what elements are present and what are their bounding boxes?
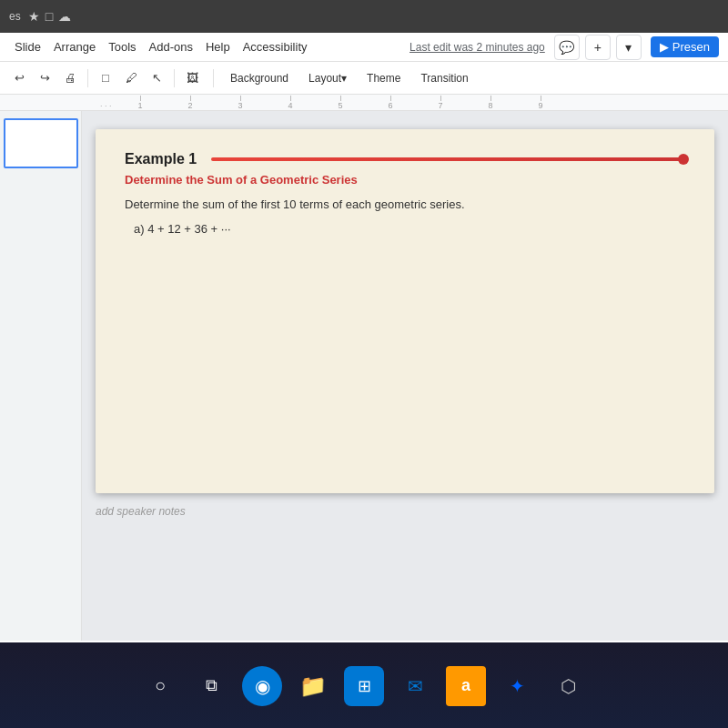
slide-panel <box>0 111 82 641</box>
plus-icon[interactable]: + <box>585 35 611 60</box>
slide-body-text: Determine the sum of the first 10 terms … <box>125 197 685 211</box>
example-title: Example 1 <box>125 151 197 167</box>
menu-arrange[interactable]: Arrange <box>48 38 101 56</box>
present-button[interactable]: ▶ Presen <box>651 36 719 57</box>
slide-subtitle: Determine the Sum of a Geometric Series <box>125 173 685 187</box>
secondary-toolbar: ↩ ↪ 🖨 □ 🖊 ↖ 🖼 Background Layout▾ Theme T… <box>0 62 728 95</box>
amazon-icon[interactable]: a <box>446 666 486 706</box>
menu-bar: Slide Arrange Tools Add-ons Help Accessi… <box>0 33 728 62</box>
ruler-inner: · · · 1 2 3 4 5 6 7 8 9 <box>100 95 566 110</box>
speaker-notes-placeholder[interactable]: add speaker notes <box>96 505 186 518</box>
star-icon[interactable]: ★ <box>28 9 40 24</box>
file-explorer-icon[interactable]: 📁 <box>293 666 333 706</box>
print-icon[interactable]: 🖨 <box>58 66 82 90</box>
menu-accessibility[interactable]: Accessibility <box>238 38 313 56</box>
menu-help[interactable]: Help <box>200 38 236 56</box>
menu-right: Last edit was 2 minutes ago 💬 + ▾ ▶ Pres… <box>410 35 719 60</box>
browser-bar: es ★ □ ☁ <box>0 0 728 33</box>
layout-button[interactable]: Layout▾ <box>301 69 354 87</box>
windows-start-icon[interactable]: ○ <box>140 666 180 706</box>
browser-app-icon[interactable]: ⬡ <box>548 666 588 706</box>
example-header: Example 1 <box>125 151 685 167</box>
last-edit-label: Last edit was 2 minutes ago <box>410 41 545 54</box>
toolbar-separator-3 <box>213 69 214 87</box>
task-view-icon[interactable]: ⧉ <box>191 666 231 706</box>
transition-button[interactable]: Transition <box>413 69 475 87</box>
cursor-icon[interactable]: ↖ <box>145 66 168 90</box>
menu-slide[interactable]: Slide <box>9 38 46 56</box>
background-button[interactable]: Background <box>223 69 296 87</box>
slide-problem-a: a) 4 + 12 + 36 + ··· <box>134 222 685 236</box>
redo-icon[interactable]: ↪ <box>33 66 56 90</box>
slide-tool-icons: ↩ ↪ 🖨 □ 🖊 ↖ 🖼 <box>7 66 204 90</box>
mail-app-icon[interactable]: ✉ <box>395 666 435 706</box>
paint-icon[interactable]: 🖊 <box>119 66 143 90</box>
screen-icon[interactable]: □ <box>46 9 53 24</box>
canvas-area[interactable]: Example 1 Determine the Sum of a Geometr… <box>82 111 728 641</box>
menu-tools[interactable]: Tools <box>103 38 141 56</box>
chevron-down-icon[interactable]: ▾ <box>616 35 642 60</box>
cloud-icon[interactable]: ☁ <box>58 9 71 24</box>
toolbar-separator-2 <box>174 69 175 87</box>
ruler: · · · 1 2 3 4 5 6 7 8 9 <box>0 95 728 111</box>
toolbar-separator <box>87 69 88 87</box>
taskbar: ○ ⧉ ◉ 📁 ⊞ ✉ a ✦ ⬡ hp <box>0 642 728 728</box>
dropbox-icon[interactable]: ✦ <box>497 666 537 706</box>
theme-button[interactable]: Theme <box>359 69 408 87</box>
slides-app: Slide Arrange Tools Add-ons Help Accessi… <box>0 33 728 642</box>
browser-bar-text: es <box>9 10 21 23</box>
slide-format-icon[interactable]: □ <box>94 66 117 90</box>
edge-browser-icon[interactable]: ◉ <box>242 666 282 706</box>
taskbar-icons: ○ ⧉ ◉ 📁 ⊞ ✉ a ✦ ⬡ <box>0 642 728 725</box>
microsoft-store-icon[interactable]: ⊞ <box>344 666 384 706</box>
image-icon[interactable]: 🖼 <box>180 66 204 90</box>
slide-canvas[interactable]: Example 1 Determine the Sum of a Geometr… <box>96 129 714 493</box>
slide-thumbnail[interactable] <box>4 118 78 168</box>
menu-addons[interactable]: Add-ons <box>144 38 198 56</box>
main-area: Example 1 Determine the Sum of a Geometr… <box>0 111 728 641</box>
browser-icons: ★ □ ☁ <box>28 9 71 24</box>
comment-icon[interactable]: 💬 <box>554 35 580 60</box>
undo-icon[interactable]: ↩ <box>7 66 31 90</box>
toolbar-icons: 💬 + ▾ <box>554 35 642 60</box>
speaker-notes-area[interactable]: add speaker notes <box>96 502 714 519</box>
header-line-decoration <box>211 157 685 161</box>
